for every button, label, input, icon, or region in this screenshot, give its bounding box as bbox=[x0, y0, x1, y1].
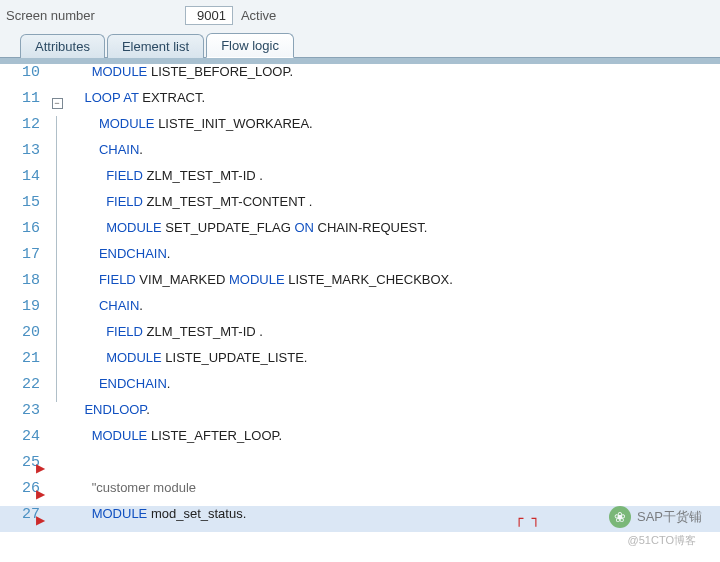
code-line[interactable]: 12 MODULE LISTE_INIT_WORKAREA. bbox=[0, 116, 720, 142]
code-text: LOOP AT EXTRACT. bbox=[66, 90, 205, 116]
fold-gutter bbox=[48, 64, 66, 90]
fold-toggle-icon[interactable]: − bbox=[52, 98, 63, 109]
line-number: 10 bbox=[0, 64, 48, 90]
fold-gutter bbox=[48, 350, 66, 376]
code-text: MODULE mod_set_status. bbox=[66, 506, 246, 532]
fold-gutter bbox=[48, 324, 66, 350]
code-line[interactable]: 11− LOOP AT EXTRACT. bbox=[0, 90, 720, 116]
code-line[interactable]: 20 FIELD ZLM_TEST_MT-ID . bbox=[0, 324, 720, 350]
fold-gutter bbox=[48, 298, 66, 324]
screen-number-input[interactable]: 9001 bbox=[185, 6, 233, 25]
fold-gutter bbox=[48, 272, 66, 298]
code-line[interactable]: 25▶ bbox=[0, 454, 720, 480]
code-text: CHAIN. bbox=[66, 298, 143, 324]
code-text: FIELD ZLM_TEST_MT-CONTENT . bbox=[66, 194, 312, 220]
code-line[interactable]: 19 CHAIN. bbox=[0, 298, 720, 324]
fold-gutter bbox=[48, 480, 66, 506]
line-number: 13 bbox=[0, 142, 48, 168]
code-line[interactable]: 17 ENDCHAIN. bbox=[0, 246, 720, 272]
fold-gutter bbox=[48, 402, 66, 428]
wechat-icon: ❀ bbox=[609, 506, 631, 528]
line-number: 14 bbox=[0, 168, 48, 194]
line-number: 20 bbox=[0, 324, 48, 350]
code-text: MODULE LISTE_BEFORE_LOOP. bbox=[66, 64, 293, 90]
tab-element-list[interactable]: Element list bbox=[107, 34, 204, 58]
tab-attributes[interactable]: Attributes bbox=[20, 34, 105, 58]
line-number: 21 bbox=[0, 350, 48, 376]
code-line[interactable]: 14 FIELD ZLM_TEST_MT-ID . bbox=[0, 168, 720, 194]
line-number: 19 bbox=[0, 298, 48, 324]
change-marker-icon: ▶ bbox=[36, 461, 45, 475]
fold-gutter bbox=[48, 454, 66, 480]
fold-gutter bbox=[48, 142, 66, 168]
top-bar: Screen number 9001 Active bbox=[0, 0, 720, 30]
code-text: MODULE LISTE_AFTER_LOOP. bbox=[66, 428, 282, 454]
line-number: 15 bbox=[0, 194, 48, 220]
code-text: CHAIN. bbox=[66, 142, 143, 168]
code-text: FIELD ZLM_TEST_MT-ID . bbox=[66, 324, 263, 350]
code-line[interactable]: 22 ENDCHAIN. bbox=[0, 376, 720, 402]
watermark-sub: @51CTO博客 bbox=[628, 533, 696, 548]
code-line[interactable]: 18 FIELD VIM_MARKED MODULE LISTE_MARK_CH… bbox=[0, 272, 720, 298]
code-line[interactable]: 21 MODULE LISTE_UPDATE_LISTE. bbox=[0, 350, 720, 376]
code-line[interactable]: 23 ENDLOOP. bbox=[0, 402, 720, 428]
code-text: MODULE LISTE_UPDATE_LISTE. bbox=[66, 350, 307, 376]
code-text: ENDCHAIN. bbox=[66, 246, 170, 272]
fold-gutter bbox=[48, 246, 66, 272]
code-text: FIELD ZLM_TEST_MT-ID . bbox=[66, 168, 263, 194]
watermark: ❀ SAP干货铺 bbox=[609, 506, 702, 528]
line-number: 23 bbox=[0, 402, 48, 428]
line-number: 24 bbox=[0, 428, 48, 454]
screen-number-label: Screen number bbox=[6, 8, 95, 23]
code-text: "customer module bbox=[66, 480, 196, 506]
code-line[interactable]: 13 CHAIN. bbox=[0, 142, 720, 168]
fold-gutter: − bbox=[48, 90, 66, 116]
line-number: 22 bbox=[0, 376, 48, 402]
line-number: 16 bbox=[0, 220, 48, 246]
code-area[interactable]: 10 MODULE LISTE_BEFORE_LOOP.11− LOOP AT … bbox=[0, 64, 720, 562]
line-number: 18 bbox=[0, 272, 48, 298]
code-text: MODULE LISTE_INIT_WORKAREA. bbox=[66, 116, 313, 142]
screen-status: Active bbox=[241, 8, 276, 23]
fold-gutter bbox=[48, 220, 66, 246]
code-line[interactable]: 24 MODULE LISTE_AFTER_LOOP. bbox=[0, 428, 720, 454]
watermark-text: SAP干货铺 bbox=[637, 508, 702, 526]
tab-flow-logic[interactable]: Flow logic bbox=[206, 33, 294, 58]
line-number: 12 bbox=[0, 116, 48, 142]
code-text: MODULE SET_UPDATE_FLAG ON CHAIN-REQUEST. bbox=[66, 220, 427, 246]
line-number: 17 bbox=[0, 246, 48, 272]
code-text: ENDLOOP. bbox=[66, 402, 150, 428]
code-text: ENDCHAIN. bbox=[66, 376, 170, 402]
line-number: 11 bbox=[0, 90, 48, 116]
change-marker-icon: ▶ bbox=[36, 513, 45, 527]
fold-gutter bbox=[48, 194, 66, 220]
bracket-marker-icon: ┌ ┐ bbox=[515, 510, 540, 526]
fold-gutter bbox=[48, 376, 66, 402]
editor: 10 MODULE LISTE_BEFORE_LOOP.11− LOOP AT … bbox=[0, 58, 720, 562]
change-marker-icon: ▶ bbox=[36, 487, 45, 501]
tab-strip: AttributesElement listFlow logic bbox=[0, 30, 720, 58]
code-line[interactable]: 15 FIELD ZLM_TEST_MT-CONTENT . bbox=[0, 194, 720, 220]
code-text bbox=[66, 454, 70, 480]
code-line[interactable]: 16 MODULE SET_UPDATE_FLAG ON CHAIN-REQUE… bbox=[0, 220, 720, 246]
fold-gutter bbox=[48, 428, 66, 454]
code-line[interactable]: 26▶ "customer module bbox=[0, 480, 720, 506]
code-text: FIELD VIM_MARKED MODULE LISTE_MARK_CHECK… bbox=[66, 272, 453, 298]
fold-gutter bbox=[48, 168, 66, 194]
fold-gutter bbox=[48, 116, 66, 142]
fold-gutter bbox=[48, 506, 66, 532]
code-line[interactable]: 10 MODULE LISTE_BEFORE_LOOP. bbox=[0, 64, 720, 90]
